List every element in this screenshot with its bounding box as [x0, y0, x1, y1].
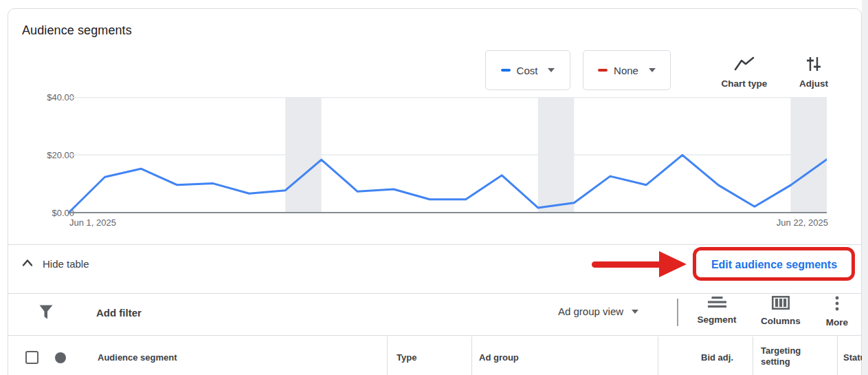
audience-segments-panel: Audience segments Cost None Chart type A… — [0, 0, 868, 375]
column-header-targeting-setting[interactable]: Targeting setting — [761, 345, 813, 367]
adjust-label: Adjust — [799, 78, 828, 89]
column-divider — [471, 336, 472, 375]
metric1-color-dash — [501, 69, 511, 72]
y-tick-40: $40.00 — [25, 92, 74, 103]
more-vertical-dots-icon — [835, 296, 839, 314]
metric2-label: None — [614, 65, 638, 76]
metric-selector-1[interactable]: Cost — [485, 50, 570, 90]
metric-selector-2[interactable]: None — [583, 50, 671, 90]
columns-label: Columns — [761, 316, 801, 326]
add-filter-button[interactable]: Add filter — [96, 307, 142, 319]
more-button[interactable]: More — [816, 296, 858, 328]
view-selector[interactable]: Ad group view — [558, 306, 638, 317]
page-gutter — [862, 0, 868, 375]
metric2-color-dash — [598, 69, 608, 72]
sliders-icon — [805, 56, 823, 74]
columns-icon — [772, 296, 790, 312]
column-header-bid-adj[interactable]: Bid adj. — [665, 352, 733, 363]
segment-icon — [708, 296, 726, 311]
filter-funnel-icon[interactable] — [38, 304, 54, 323]
toolbar-separator — [677, 299, 678, 326]
column-header-status[interactable]: Status — [843, 352, 862, 363]
more-label: More — [826, 317, 848, 328]
view-selector-label: Ad group view — [558, 306, 623, 317]
x-axis-start-label: Jun 1, 2025 — [69, 217, 116, 228]
section-divider — [8, 244, 861, 245]
chevron-down-icon — [632, 310, 638, 314]
chevron-down-icon — [548, 68, 555, 72]
segment-label: Segment — [697, 314, 736, 325]
chart-type-label: Chart type — [722, 78, 768, 89]
y-tick-0: $0.00 — [25, 208, 74, 218]
columns-button[interactable]: Columns — [753, 296, 808, 326]
adjust-button[interactable]: Adjust — [782, 56, 845, 89]
filter-bar-bottom-border — [8, 335, 861, 336]
filter-bar-top-border — [8, 293, 861, 294]
line-chart-icon — [734, 56, 755, 74]
hide-table-toggle[interactable]: Hide table — [22, 257, 89, 270]
status-dot-icon — [55, 352, 66, 363]
column-divider — [753, 336, 753, 375]
y-tick-20: $20.00 — [25, 150, 74, 160]
x-axis-end-label: Jun 22, 2025 — [756, 217, 828, 228]
select-all-checkbox[interactable] — [25, 351, 38, 364]
page-title: Audience segments — [22, 23, 132, 38]
segment-button[interactable]: Segment — [689, 296, 744, 325]
column-header-audience-segment[interactable]: Audience segment — [98, 352, 177, 363]
column-header-type[interactable]: Type — [397, 352, 416, 363]
column-divider — [387, 336, 388, 375]
chevron-down-icon — [649, 68, 656, 72]
edit-audience-segments-link[interactable]: Edit audience segments — [694, 259, 854, 271]
hide-table-label: Hide table — [43, 258, 89, 270]
column-divider — [658, 336, 658, 375]
metric1-label: Cost — [517, 65, 538, 76]
column-divider — [837, 336, 838, 375]
column-header-ad-group[interactable]: Ad group — [479, 352, 519, 363]
chevron-up-icon — [22, 257, 33, 270]
cost-line-chart — [69, 97, 827, 215]
chart-type-button[interactable]: Chart type — [713, 56, 776, 89]
